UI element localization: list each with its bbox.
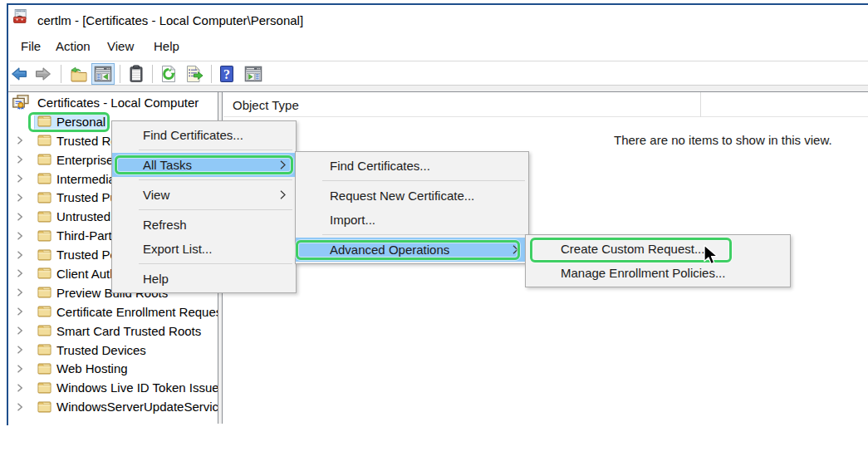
show-action-pane-icon[interactable] [244,65,262,83]
menu-bar: File Action View Help [10,34,868,59]
folder-icon [37,363,51,375]
annotation-box-create-custom-request [530,238,732,262]
menubar-action[interactable]: Action [56,40,91,52]
menu-item-label: Refresh [143,218,187,232]
folder-icon [37,211,51,223]
toolbar-separator [61,65,61,83]
toolbar: ? [10,61,868,86]
help-icon[interactable]: ? [218,65,236,83]
toolbar-separator [152,65,153,83]
menu-item-label: Help [143,272,169,286]
folder-icon [37,287,51,298]
submenu-item[interactable]: Request New Certificate... [296,184,528,208]
menu-separator [139,209,292,210]
svg-text:?: ? [223,66,230,81]
chevron-right-icon[interactable] [16,155,23,164]
folder-icon [37,173,51,184]
context-menu-item[interactable]: Help [112,267,296,291]
tree-item[interactable]: Trusted Devices [8,341,218,360]
chevron-right-icon[interactable] [16,251,23,259]
folder-icon [37,325,51,336]
refresh-icon[interactable] [159,65,178,83]
menu-item-label: View [143,188,169,202]
chevron-right-icon[interactable] [16,326,23,335]
menu-separator [322,234,525,235]
chevron-right-icon[interactable] [16,365,23,373]
tree-item-label: WindowsServerUpdateServices [56,397,218,416]
show-console-tree-button[interactable] [91,63,115,85]
chevron-right-icon[interactable] [16,232,23,240]
screenshot-canvas: certlm - [Certificates - Local Computer\… [0,0,868,471]
folder-icon [37,154,51,165]
menu-item-label: Export List... [143,242,212,256]
menu-separator [139,179,292,180]
menu-separator [139,263,292,264]
submenu-item[interactable]: Import... [296,208,528,232]
tree-item[interactable]: Web Hosting [8,359,218,378]
menubar-view[interactable]: View [107,40,134,52]
context-menu-item[interactable]: View [112,183,296,207]
list-header-row: Object Type [223,92,868,117]
back-arrow-icon[interactable] [10,65,28,83]
show-console-tree-icon [94,65,112,83]
chevron-right-icon[interactable] [16,384,23,392]
chevron-right-icon[interactable] [16,136,23,145]
empty-list-message: There are no items to show in this view. [614,134,832,146]
toolbar-separator [211,65,212,83]
folder-icon [37,135,51,146]
submenu-arrow-icon [280,190,286,199]
folder-icon [37,230,51,242]
tree-item[interactable]: Windows Live ID Token Issuer [8,378,218,397]
context-menu-item[interactable]: Find Certificates... [112,123,296,147]
tree-item[interactable]: Certificate Enrollment Requests [8,302,218,321]
chevron-right-icon[interactable] [16,346,23,354]
tree-item-label: Smart Card Trusted Roots [56,321,201,341]
title-bar: certlm - [Certificates - Local Computer\… [10,7,868,37]
folder-icon [37,344,51,356]
chevron-right-icon[interactable] [16,288,23,297]
chevron-right-icon[interactable] [16,194,23,202]
folder-icon [37,306,51,317]
menu-item-label: Find Certificates... [143,128,243,142]
folder-icon [37,382,51,394]
column-divider[interactable] [700,92,701,117]
chevron-right-icon[interactable] [16,269,23,277]
submenu-item[interactable]: Manage Enrollment Policies... [526,261,790,285]
annotation-box-all-tasks [115,155,293,174]
folder-icon [37,249,51,261]
annotation-box-advanced-operations [296,240,520,260]
submenu-item[interactable]: Find Certificates... [296,154,528,178]
chevron-right-icon[interactable] [16,307,23,316]
tree-item[interactable]: WindowsServerUpdateServices [8,397,218,416]
column-header-object-type[interactable]: Object Type [233,92,299,117]
clipboard-icon[interactable] [127,65,145,83]
menubar-help[interactable]: Help [154,40,179,52]
menu-separator [139,150,292,150]
chevron-right-icon[interactable] [16,213,23,221]
folder-icon [37,267,51,279]
folder-icon [37,192,51,204]
chevron-right-icon[interactable] [16,174,23,183]
toolbar-separator [120,65,120,83]
tree-root-certificates[interactable]: Certificates - Local Computer [8,93,218,112]
toolbar-gap [10,86,868,91]
menu-separator [322,180,525,181]
up-one-level-icon[interactable] [70,65,88,83]
window-title: certlm - [Certificates - Local Computer\… [37,14,303,27]
context-menu-item[interactable]: Export List... [112,237,296,261]
menubar-file[interactable]: File [21,40,41,52]
chevron-right-icon[interactable] [16,403,23,411]
annotation-box-personal [28,112,110,132]
tree-item-label: Windows Live ID Token Issuer [56,378,218,397]
export-list-icon[interactable] [184,65,203,83]
forward-arrow-icon[interactable] [34,65,52,83]
tree-item-label: Trusted Devices [56,341,146,360]
tree-root-label: Certificates - Local Computer [37,93,199,112]
context-menu: Find Certificates... All Tasks [111,120,297,293]
certlm-app-icon [12,9,27,23]
certificates-snapin-icon [12,95,29,110]
tree-item[interactable]: Smart Card Trusted Roots [8,321,218,341]
tree-item-label: Web Hosting [56,359,128,378]
context-menu-item[interactable]: Refresh [112,213,296,237]
menu-item-label: Manage Enrollment Policies... [561,266,725,280]
